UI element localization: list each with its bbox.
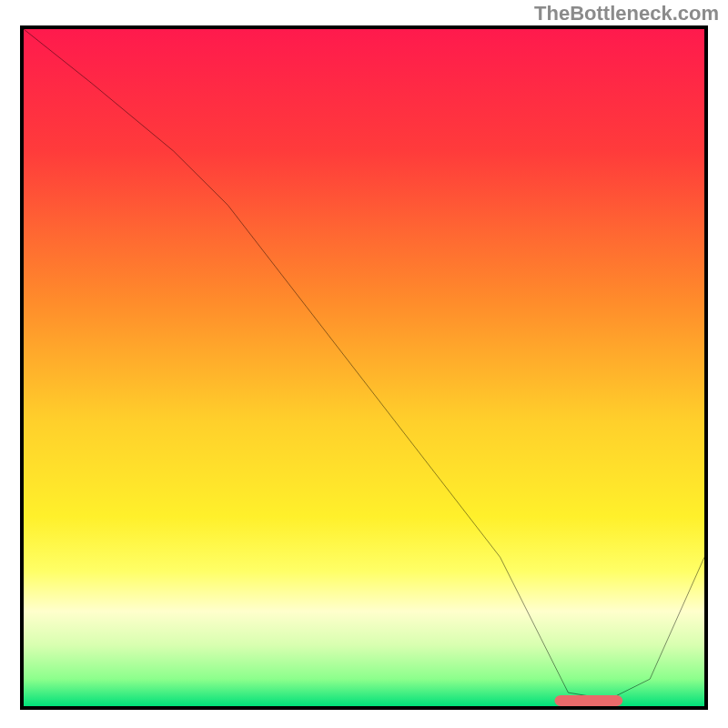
optimal-range-marker (554, 695, 622, 706)
watermark-text: TheBottleneck.com (534, 2, 719, 25)
chart-container: TheBottleneck.com (0, 0, 728, 728)
marker-layer (24, 29, 704, 706)
plot-area (20, 25, 708, 710)
